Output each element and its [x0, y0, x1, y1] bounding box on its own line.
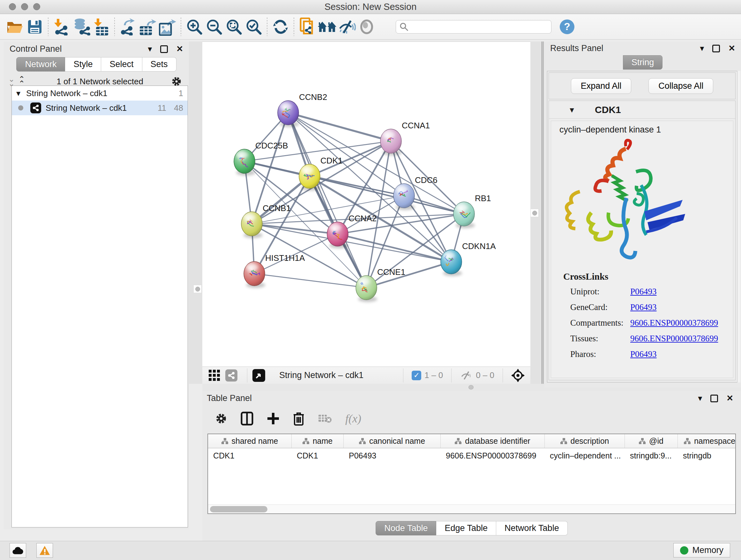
network-canvas[interactable]: CCNB2CCNA1CDC25BCDK1CDC6RB1CCNB1CCNA2CDK… [202, 42, 530, 367]
panel-menu-icon[interactable]: ▾ [698, 393, 702, 403]
export-image-button[interactable] [158, 17, 178, 37]
results-scrollbar[interactable] [737, 71, 740, 382]
column-header-sharedname[interactable]: shared name [208, 434, 292, 448]
table-cell[interactable]: P06493 [344, 448, 441, 463]
collapse-all-button[interactable]: Collapse All [649, 78, 713, 94]
network-node-RB1[interactable] [454, 202, 475, 226]
table-cell[interactable]: CDK1 [292, 448, 344, 463]
cloud-status-button[interactable] [10, 543, 26, 558]
zoom-in-button[interactable] [185, 17, 204, 37]
network-node-CDC25B[interactable] [234, 149, 255, 173]
apply-layout-button[interactable] [271, 17, 290, 37]
collapse-card-icon[interactable]: ▾ [570, 105, 574, 114]
column-header-namespace[interactable]: namespace [678, 434, 736, 448]
column-header-id[interactable]: @id [625, 434, 678, 448]
network-node-CCNB1[interactable] [241, 212, 262, 236]
right-splitter-grip[interactable] [530, 209, 539, 217]
close-panel-icon[interactable]: ✕ [176, 44, 183, 54]
help-button[interactable]: ? [560, 19, 575, 34]
close-window-icon[interactable] [9, 3, 16, 10]
network-edge[interactable] [288, 113, 464, 214]
expand-all-button[interactable]: Expand All [571, 78, 631, 94]
tab-string[interactable]: String [623, 55, 663, 70]
network-edge[interactable] [254, 273, 366, 288]
delete-table-icon[interactable] [318, 414, 332, 424]
crosslink-link[interactable]: P06493 [630, 287, 657, 297]
network-node-CCNE1[interactable] [356, 275, 377, 300]
table-row[interactable]: CDK1CDK1P064939606.ENSP00000378699cyclin… [208, 448, 735, 463]
tab-select[interactable]: Select [101, 57, 142, 71]
delete-column-trash-icon[interactable] [293, 412, 305, 426]
left-splitter-grip[interactable] [193, 285, 202, 293]
open-in-new-window-button[interactable] [253, 369, 265, 382]
crosslink-link[interactable]: 9606.ENSP00000378699 [630, 318, 718, 328]
float-panel-icon[interactable] [160, 45, 168, 53]
collapse-collection-icon[interactable]: ▾ [16, 88, 20, 98]
network-node-CCNB2[interactable] [278, 101, 299, 125]
import-network-database-button[interactable] [71, 17, 91, 37]
search-input[interactable] [409, 22, 543, 31]
first-neighbors-button[interactable] [317, 17, 337, 37]
network-node-CDK1[interactable] [299, 164, 320, 188]
function-builder-icon[interactable]: f(x) [345, 412, 361, 425]
search-box[interactable] [396, 20, 551, 34]
zoom-fit-button[interactable] [224, 17, 244, 37]
left-splitter[interactable] [189, 42, 202, 384]
gear-icon[interactable] [171, 76, 182, 87]
tab-network-table[interactable]: Network Table [496, 521, 568, 536]
export-network-button[interactable] [118, 17, 138, 37]
network-edge[interactable] [252, 224, 338, 234]
zoom-selected-button[interactable] [244, 17, 264, 37]
save-session-button[interactable] [25, 17, 45, 37]
tab-network[interactable]: Network [16, 57, 65, 71]
network-node-CCNA2[interactable] [327, 222, 348, 246]
float-panel-icon[interactable] [712, 45, 720, 52]
column-header-canonicalname[interactable]: canonical name [344, 434, 441, 448]
grid-view-icon[interactable] [208, 369, 221, 382]
export-table-button[interactable] [138, 17, 158, 37]
import-network-file-button[interactable] [52, 17, 71, 37]
tab-node-table[interactable]: Node Table [376, 521, 436, 536]
crosslink-link[interactable]: P06493 [630, 349, 657, 359]
import-table-button[interactable] [91, 17, 111, 37]
table-cell[interactable]: stringdb [678, 448, 736, 463]
network-row[interactable]: String Network – cdk1 11 48 [12, 101, 188, 115]
zoom-window-icon[interactable] [33, 3, 40, 10]
panel-menu-icon[interactable]: ▾ [700, 44, 704, 53]
column-header-description[interactable]: description [545, 434, 625, 448]
memory-button[interactable]: Memory [673, 543, 730, 557]
tab-style[interactable]: Style [65, 57, 101, 71]
table-options-gear-icon[interactable] [215, 413, 227, 425]
duplicate-network-button[interactable] [297, 17, 317, 37]
horizontal-splitter-grip[interactable] [468, 385, 474, 389]
table-horizontal-scrollbar[interactable] [208, 504, 735, 513]
warnings-button[interactable] [37, 543, 53, 558]
birds-eye-view-icon[interactable] [511, 369, 525, 382]
network-badge-icon[interactable] [225, 369, 238, 381]
close-panel-icon[interactable]: ✕ [726, 393, 733, 403]
show-graphics-details-button[interactable] [357, 17, 377, 37]
hide-graphics-details-button[interactable] [337, 17, 357, 37]
table-cell[interactable]: CDK1 [208, 448, 292, 463]
network-node-CDC6[interactable] [394, 184, 414, 208]
node-table[interactable]: shared namenamecanonical namedatabase id… [207, 434, 736, 514]
show-columns-icon[interactable] [241, 412, 253, 426]
crosslink-link[interactable]: 9606.ENSP00000378699 [630, 334, 718, 344]
close-panel-icon[interactable]: ✕ [728, 44, 735, 53]
table-cell[interactable]: stringdb:9... [625, 448, 678, 463]
network-edge[interactable] [310, 176, 464, 214]
network-node-CDKN1A[interactable] [441, 250, 462, 274]
collapse-all-icon[interactable]: ⌄⌄ [8, 77, 14, 86]
open-file-button[interactable] [5, 17, 25, 37]
column-header-name[interactable]: name [292, 434, 344, 448]
expand-all-icon[interactable]: ⌃⌃ [18, 77, 24, 86]
network-node-CCNA1[interactable] [381, 129, 401, 153]
minimize-window-icon[interactable] [21, 3, 28, 10]
tab-sets[interactable]: Sets [142, 57, 177, 71]
traffic-lights[interactable] [9, 3, 40, 10]
panel-menu-icon[interactable]: ▾ [148, 44, 152, 54]
tab-edge-table[interactable]: Edge Table [436, 521, 496, 536]
float-panel-icon[interactable] [711, 395, 718, 402]
table-cell[interactable]: 9606.ENSP00000378699 [441, 448, 545, 463]
column-header-databaseidentifier[interactable]: database identifier [441, 434, 545, 448]
